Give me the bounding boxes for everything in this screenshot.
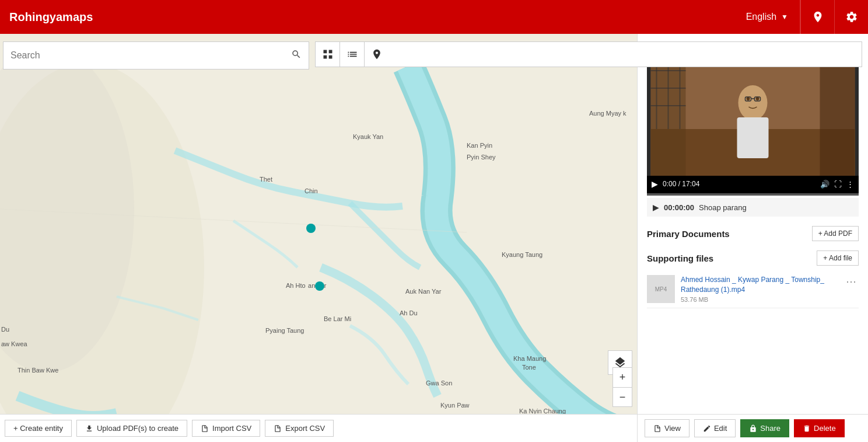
header-right: English ▼ <box>734 0 868 34</box>
right-panel: × Media <box>637 34 868 442</box>
video-play-btn[interactable]: ▶ <box>652 179 658 189</box>
delete-label: Delete <box>814 424 836 433</box>
primary-docs-header: Primary Documents + Add PDF <box>647 226 859 241</box>
edit-btn[interactable]: Edit <box>694 419 736 437</box>
zoom-out-btn[interactable]: − <box>612 387 632 407</box>
import-csv-button[interactable]: Import CSV <box>192 420 260 437</box>
video-controls: ▶ 0:00 / 17:04 🔊 ⛶ ⋮ <box>647 176 859 192</box>
svg-rect-14 <box>737 117 769 158</box>
share-btn[interactable]: Share <box>740 419 789 437</box>
video-fullscreen-btn[interactable]: ⛶ <box>834 180 842 189</box>
map-area[interactable]: Kyauk Yan Kan Pyin Pyin Shey Thet Chin A… <box>0 34 637 442</box>
svg-text:MP4: MP4 <box>655 286 667 293</box>
add-pdf-btn[interactable]: + Add PDF <box>812 226 859 241</box>
svg-point-15 <box>747 97 750 100</box>
search-icon[interactable] <box>291 49 302 62</box>
share-label: Share <box>760 424 780 433</box>
file-name[interactable]: Ahmed Hossain _ Kywap Parang _ Township_… <box>681 275 838 295</box>
bottom-toolbar: + Create entity Upload PDF(s) to create … <box>0 414 637 442</box>
audio-timestamp: 00:00:00 <box>664 203 694 212</box>
svg-point-13 <box>738 85 768 120</box>
language-selector[interactable]: English ▼ <box>734 0 800 34</box>
primary-docs-label: Primary Documents <box>647 229 730 239</box>
video-player[interactable]: ▶ 0:00 / 17:04 🔊 ⛶ ⋮ <box>647 59 859 196</box>
export-csv-label: Export CSV <box>285 424 325 433</box>
video-progress-bar[interactable] <box>647 193 859 196</box>
header: Rohingyamaps English ▼ <box>0 0 868 34</box>
add-file-btn[interactable]: + Add file <box>817 250 859 266</box>
video-more-btn[interactable]: ⋮ <box>846 180 854 189</box>
supporting-files-header: Supporting files + Add file <box>647 250 859 266</box>
file-size: 53.76 MB <box>681 296 838 303</box>
map-location-dot[interactable] <box>306 224 316 233</box>
file-more-btn[interactable]: ⋯ <box>844 275 859 288</box>
chevron-down-icon: ▼ <box>781 13 788 21</box>
view-btn[interactable]: View <box>645 419 690 437</box>
export-csv-button[interactable]: Export CSV <box>265 420 334 437</box>
delete-btn[interactable]: Delete <box>794 419 845 437</box>
upload-pdf-label: Upload PDF(s) to create <box>97 424 178 433</box>
list-view-btn[interactable] <box>340 42 365 67</box>
panel-actions: View Edit Share Delete <box>638 414 868 442</box>
zoom-controls: + − <box>612 367 632 407</box>
view-label: View <box>664 424 681 433</box>
video-volume-btn[interactable]: 🔊 <box>820 180 830 189</box>
language-label: English <box>746 12 776 22</box>
search-box <box>3 41 309 69</box>
file-info: Ahmed Hossain _ Kywap Parang _ Township_… <box>681 275 838 303</box>
map-view-toggles <box>315 41 862 67</box>
app-title: Rohingyamaps <box>9 11 93 24</box>
edit-label: Edit <box>714 424 727 433</box>
file-thumbnail: MP4 <box>647 275 675 303</box>
audio-title: Shoap parang <box>699 203 747 212</box>
grid-view-btn[interactable] <box>316 42 340 67</box>
search-input[interactable] <box>10 50 291 61</box>
svg-point-16 <box>756 97 760 100</box>
video-thumbnail <box>647 59 859 176</box>
upload-pdf-button[interactable]: Upload PDF(s) to create <box>76 420 187 437</box>
video-time: 0:00 / 17:04 <box>663 180 816 188</box>
supporting-files-label: Supporting files <box>647 253 713 263</box>
file-row: MP4 Ahmed Hossain _ Kywap Parang _ Towns… <box>647 270 859 308</box>
zoom-in-btn[interactable]: + <box>612 367 632 387</box>
settings-icon-btn[interactable] <box>834 0 868 34</box>
map-location-dot[interactable] <box>315 281 324 291</box>
audio-play-btn[interactable]: ▶ <box>653 203 659 212</box>
map-pin-view-btn[interactable] <box>365 42 389 67</box>
panel-scroll-area[interactable]: × Media <box>638 34 868 442</box>
location-icon-btn[interactable] <box>800 0 834 34</box>
create-entity-label: + Create entity <box>13 424 63 433</box>
create-entity-button[interactable]: + Create entity <box>5 420 72 437</box>
add-file-label: + Add file <box>823 254 852 262</box>
svg-rect-6 <box>820 59 855 176</box>
audio-track: ▶ 00:00:00 Shoap parang <box>647 198 859 217</box>
import-csv-label: Import CSV <box>212 424 251 433</box>
add-pdf-label: + Add PDF <box>818 229 852 238</box>
